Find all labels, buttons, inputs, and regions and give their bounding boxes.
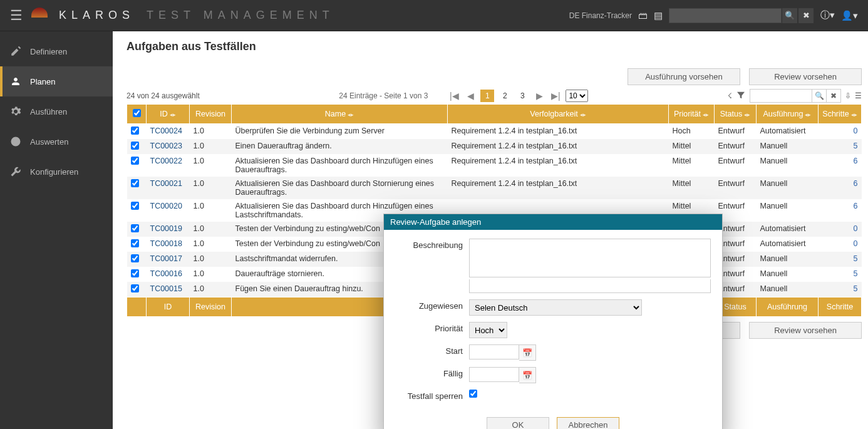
page-3[interactable]: 3 (515, 90, 529, 102)
calendar-icon[interactable]: 📅 (519, 367, 536, 383)
sidebar-item-execute[interactable]: Ausführen (0, 96, 113, 127)
sidebar-item-evaluate[interactable]: Auswerten (0, 127, 113, 157)
cell-revision: 1.0 (190, 199, 232, 222)
col-revision[interactable]: Revision (190, 105, 232, 124)
sidebar-item-define[interactable]: Definieren (0, 36, 113, 66)
table-menu-icon[interactable]: ☰ (855, 91, 862, 100)
cell-execution: Manuell (757, 267, 819, 282)
cell-revision: 1.0 (190, 177, 232, 199)
cell-steps: 6 (819, 154, 862, 177)
row-checkbox[interactable] (131, 224, 139, 232)
cell-execution: Automatisiert (757, 222, 819, 237)
page-1[interactable]: 1 (480, 90, 494, 102)
schedule-review-button-bottom[interactable]: Review vorsehen (749, 322, 862, 339)
testcase-id-link[interactable]: TC00020 (150, 202, 182, 210)
users-icon (10, 76, 21, 87)
row-checkbox[interactable] (131, 254, 139, 262)
sidebar-item-label: Auswerten (30, 137, 68, 147)
sidebar-item-plan[interactable]: Planen (0, 66, 113, 96)
testcase-id-link[interactable]: TC00018 (150, 239, 182, 248)
schedule-execution-button[interactable]: Ausführung vorsehen (628, 68, 740, 85)
testcase-id-link[interactable]: TC00021 (150, 179, 182, 188)
due-date-input[interactable] (469, 367, 519, 382)
testcase-id-link[interactable]: TC00017 (150, 254, 182, 263)
cell-revision: 1.0 (190, 139, 232, 154)
prev-page-icon[interactable]: ◀ (464, 91, 477, 101)
assignee-select[interactable]: Selen Deutsch (469, 299, 642, 316)
cell-name: Aktualisieren Sie das Dashboard durch Hi… (232, 154, 448, 177)
cell-steps: 5 (819, 267, 862, 282)
row-checkbox[interactable] (131, 269, 139, 277)
testcase-id-link[interactable]: TC00022 (150, 157, 182, 165)
cell-traceability: Requirement 1.2.4 in testplan_16.txt (448, 154, 669, 177)
start-date-input[interactable] (469, 344, 519, 359)
toolbar-top: Ausführung vorsehen Review vorsehen (127, 68, 862, 85)
table-search-icon[interactable]: 🔍 (812, 90, 826, 102)
row-checkbox[interactable] (131, 127, 139, 135)
first-page-icon[interactable]: |◀ (448, 91, 460, 101)
testcase-id-link[interactable]: TC00019 (150, 224, 182, 233)
archive-icon[interactable]: 🗃 (638, 10, 648, 21)
search-icon[interactable]: 🔍 (782, 8, 798, 24)
tree-icon[interactable]: ☇ (728, 91, 732, 100)
calendar-icon[interactable]: 📅 (519, 344, 536, 361)
col-traceability[interactable]: Verfolgbarkeit◂▸ (448, 105, 669, 124)
global-search-input[interactable] (669, 8, 782, 23)
foot-id: ID (147, 297, 190, 317)
help-icon[interactable]: ⓘ▾ (820, 9, 835, 21)
col-id[interactable]: ID◂▸ (147, 105, 190, 124)
col-priority[interactable]: Priorität◂▸ (669, 105, 715, 124)
cancel-button[interactable]: Abbrechen (557, 417, 619, 429)
col-status[interactable]: Status◂▸ (715, 105, 757, 124)
cell-steps: 5 (819, 252, 862, 267)
menu-icon[interactable]: ☰ (10, 8, 23, 24)
row-checkbox[interactable] (131, 284, 139, 292)
label-description: Beschreibung (395, 239, 469, 250)
lock-testcase-checkbox[interactable] (469, 390, 477, 398)
list-icon[interactable]: ▤ (654, 10, 663, 21)
label-start: Start (395, 344, 469, 356)
table-search-input[interactable] (750, 90, 812, 101)
last-page-icon[interactable]: ▶| (549, 91, 562, 101)
ok-button[interactable]: OK (487, 417, 549, 429)
testcase-id-link[interactable]: TC00015 (150, 284, 182, 293)
row-checkbox[interactable] (131, 157, 139, 165)
cell-revision: 1.0 (190, 154, 232, 177)
cell-priority: Mittel (669, 139, 715, 154)
row-checkbox[interactable] (131, 142, 139, 150)
testcase-id-link[interactable]: TC00023 (150, 142, 182, 150)
page-title: Aufgaben aus Testfällen (127, 40, 862, 53)
table-search: 🔍 ✖ (750, 89, 841, 103)
project-label: DE Finanz-Tracker (569, 11, 632, 20)
user-icon[interactable]: 👤▾ (841, 10, 858, 21)
priority-select[interactable]: Hoch (469, 322, 507, 338)
sidebar-item-configure[interactable]: Konfigurieren (0, 157, 113, 187)
row-checkbox[interactable] (131, 239, 139, 247)
description-input[interactable] (469, 239, 711, 277)
sidebar-item-label: Ausführen (30, 107, 67, 116)
export-icon[interactable]: ⇩ (845, 91, 851, 100)
clear-search-icon[interactable]: ✖ (798, 8, 814, 24)
page-2[interactable]: 2 (498, 90, 512, 102)
filter-icon[interactable] (736, 90, 746, 102)
row-checkbox[interactable] (131, 202, 139, 210)
cell-revision: 1.0 (190, 252, 232, 267)
col-steps[interactable]: Schritte◂▸ (819, 105, 862, 124)
table-row: TC000231.0Einen Dauerauftrag ändern.Requ… (127, 139, 862, 154)
table-search-clear-icon[interactable]: ✖ (826, 90, 840, 102)
select-all-checkbox[interactable] (133, 109, 141, 117)
cell-execution: Manuell (757, 154, 819, 177)
col-execution[interactable]: Ausführung◂▸ (757, 105, 819, 124)
testcase-id-link[interactable]: TC00024 (150, 127, 182, 135)
cell-steps: 5 (819, 282, 862, 297)
cell-execution: Manuell (757, 282, 819, 297)
col-name[interactable]: Name◂▸ (232, 105, 448, 124)
next-page-icon[interactable]: ▶ (533, 91, 545, 101)
edit-icon (10, 46, 21, 57)
cell-revision: 1.0 (190, 222, 232, 237)
page-size-select[interactable]: 10 (566, 90, 588, 102)
cell-steps: 5 (819, 139, 862, 154)
schedule-review-button[interactable]: Review vorsehen (749, 68, 862, 85)
row-checkbox[interactable] (131, 179, 139, 187)
testcase-id-link[interactable]: TC00016 (150, 269, 182, 278)
